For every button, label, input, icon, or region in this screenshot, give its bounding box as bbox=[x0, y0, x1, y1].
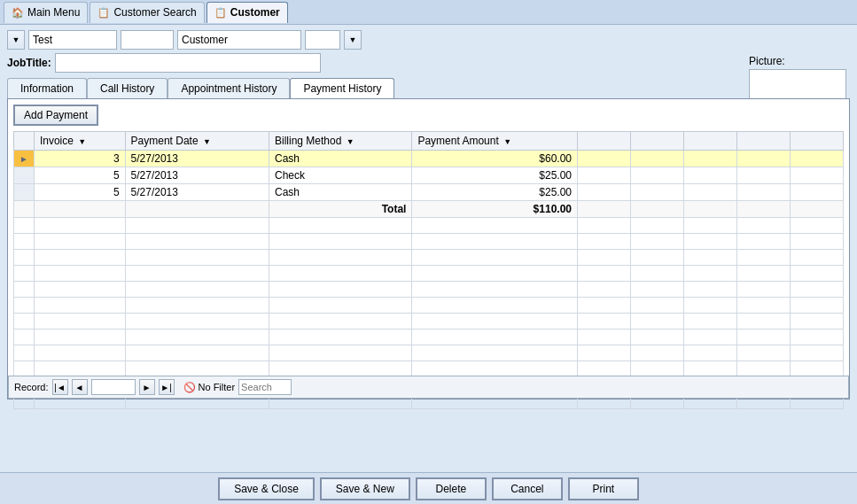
filter-icon: 🚫 bbox=[183, 382, 196, 393]
tab-customer-search[interactable]: 📋 Customer Search bbox=[90, 2, 204, 23]
total-label: Total bbox=[269, 201, 412, 218]
payment-amount-sort-icon: ▼ bbox=[503, 137, 511, 146]
customer-tab-icon: 📋 bbox=[214, 7, 227, 19]
search-input[interactable] bbox=[238, 379, 292, 395]
tab-customer[interactable]: 📋 Customer bbox=[206, 2, 288, 23]
suffix-input[interactable] bbox=[305, 30, 340, 50]
col-invoice[interactable]: Invoice ▼ bbox=[34, 132, 125, 151]
jobtitle-input[interactable] bbox=[55, 53, 321, 73]
col-empty3 bbox=[684, 132, 737, 151]
print-button[interactable]: Print bbox=[568, 477, 639, 500]
delete-button[interactable]: Delete bbox=[416, 477, 487, 500]
row-indicator bbox=[14, 184, 35, 201]
tab-customer-search-label: Customer Search bbox=[113, 6, 196, 19]
table-row: $25.00 bbox=[412, 184, 578, 201]
title-bar: 🏠 Main Menu 📋 Customer Search 📋 Customer bbox=[0, 0, 857, 25]
nav-prev-btn[interactable]: ◄ bbox=[72, 379, 88, 395]
picture-label: Picture: bbox=[749, 55, 846, 67]
customer-header-row: ▼ ▼ bbox=[7, 30, 850, 50]
main-menu-icon: 🏠 bbox=[12, 7, 24, 19]
filter-label: No Filter bbox=[199, 382, 236, 392]
table-row: $25.00 bbox=[412, 167, 578, 184]
tab-main-menu[interactable]: 🏠 Main Menu bbox=[4, 2, 88, 23]
row-indicator: ► bbox=[14, 151, 35, 167]
jobtitle-label: JobTitle: bbox=[7, 57, 51, 69]
billing-method-sort-icon: ▼ bbox=[347, 137, 354, 146]
tab-btn-call-history[interactable]: Call History bbox=[87, 78, 168, 98]
row-indicator bbox=[14, 167, 35, 184]
customer-search-icon: 📋 bbox=[97, 7, 110, 19]
save-close-button[interactable]: Save & Close bbox=[218, 477, 315, 500]
tab-main-menu-label: Main Menu bbox=[27, 6, 80, 19]
col-empty1 bbox=[578, 132, 631, 151]
nav-next-btn[interactable]: ► bbox=[139, 379, 155, 395]
filter-section: 🚫 No Filter bbox=[183, 382, 236, 393]
total-amount: $110.00 bbox=[412, 201, 578, 218]
payment-table: Invoice ▼ Payment Date ▼ Billing Method … bbox=[13, 131, 844, 409]
last-name-input[interactable] bbox=[177, 30, 301, 50]
col-billing-method[interactable]: Billing Method ▼ bbox=[269, 132, 412, 151]
table-row: $60.00 bbox=[412, 151, 578, 167]
payment-history-panel: Add Payment Invoice ▼ Payment Date ▼ Bil… bbox=[7, 98, 850, 399]
middle-name-input[interactable] bbox=[121, 30, 174, 50]
nav-record-input[interactable] bbox=[91, 379, 136, 395]
tab-btn-information[interactable]: Information bbox=[7, 78, 87, 98]
table-row[interactable]: 5 bbox=[34, 184, 125, 201]
suffix-dropdown-btn[interactable]: ▼ bbox=[344, 30, 362, 50]
bottom-bar: Save & Close Save & New Delete Cancel Pr… bbox=[0, 472, 857, 504]
tab-btn-payment-history[interactable]: Payment History bbox=[290, 78, 394, 98]
record-label: Record: bbox=[14, 382, 49, 392]
tab-customer-label: Customer bbox=[230, 6, 280, 19]
jobtitle-row: JobTitle: bbox=[7, 53, 850, 73]
nav-bar: Record: |◄ ◄ ► ►| 🚫 No Filter bbox=[8, 376, 849, 399]
table-row: 5/27/2013 bbox=[125, 167, 269, 184]
col-indicator bbox=[14, 132, 35, 151]
tab-btn-appointment-history[interactable]: Appointment History bbox=[168, 78, 290, 98]
search-section bbox=[238, 379, 292, 395]
cancel-button[interactable]: Cancel bbox=[492, 477, 563, 500]
nav-last-btn[interactable]: ►| bbox=[159, 379, 175, 395]
payment-date-sort-icon: ▼ bbox=[203, 137, 211, 146]
add-payment-button[interactable]: Add Payment bbox=[13, 105, 98, 126]
table-row[interactable]: 5 bbox=[34, 167, 125, 184]
table-row: Check bbox=[269, 167, 412, 184]
invoice-sort-icon: ▼ bbox=[78, 137, 86, 146]
col-payment-date[interactable]: Payment Date ▼ bbox=[125, 132, 269, 151]
tab-strip: Information Call History Appointment His… bbox=[7, 78, 850, 98]
col-payment-amount[interactable]: Payment Amount ▼ bbox=[412, 132, 578, 151]
col-empty5 bbox=[791, 132, 844, 151]
table-row: 5/27/2013 bbox=[125, 184, 269, 201]
prefix-dropdown-btn[interactable]: ▼ bbox=[7, 30, 25, 50]
table-row: Cash bbox=[269, 184, 412, 201]
first-name-input[interactable] bbox=[28, 30, 117, 50]
table-row[interactable]: 3 bbox=[34, 151, 125, 167]
nav-first-btn[interactable]: |◄ bbox=[52, 379, 68, 395]
table-row: 5/27/2013 bbox=[125, 151, 269, 167]
table-row: Cash bbox=[269, 151, 412, 167]
save-new-button[interactable]: Save & New bbox=[320, 477, 410, 500]
col-empty2 bbox=[631, 132, 684, 151]
col-empty4 bbox=[737, 132, 791, 151]
main-content: Picture: ▼ ▼ JobTitle: Information Call … bbox=[0, 25, 857, 472]
